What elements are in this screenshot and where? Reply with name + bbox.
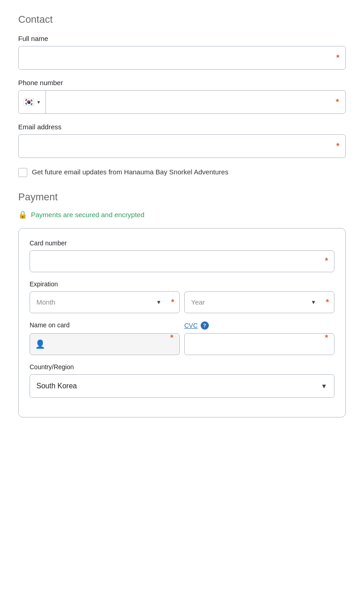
- name-on-card-input[interactable]: [30, 333, 180, 355]
- year-select-wrapper: Year 202420252026 202720282029 2030 ▼ *: [184, 291, 334, 313]
- card-number-label: Card number: [30, 239, 334, 247]
- email-updates-label: Get future email updates from Hanauma Ba…: [32, 167, 228, 178]
- payment-card: Card number * Expiration Month 010203 04…: [18, 228, 346, 417]
- cvc-input-wrapper: *: [184, 333, 334, 355]
- name-on-card-wrapper: 👤 *: [30, 333, 180, 355]
- name-on-card-label-section: Name on card: [30, 321, 180, 330]
- phone-input-wrapper: 🇰🇷 ▼ *: [18, 90, 346, 114]
- secure-label: Payments are secured and encrypted: [31, 211, 144, 219]
- email-input-wrapper: *: [18, 134, 346, 158]
- phone-country-selector[interactable]: 🇰🇷 ▼: [19, 91, 46, 113]
- email-address-label: Email address: [18, 123, 346, 131]
- country-region-group: Country/Region South Korea United States…: [30, 363, 334, 398]
- payment-section-title: Payment: [18, 191, 346, 203]
- country-region-wrapper: South Korea United States Japan China Au…: [30, 374, 334, 398]
- phone-number-label: Phone number: [18, 79, 346, 86]
- country-dropdown-arrow-icon: ▼: [36, 100, 41, 105]
- month-select-wrapper: Month 010203 040506 070809 101112 ▼ *: [30, 291, 180, 313]
- email-updates-wrapper: Get future email updates from Hanauma Ba…: [18, 167, 346, 178]
- cvc-link[interactable]: CVC: [184, 322, 198, 329]
- expiration-group: Expiration Month 010203 040506 070809 10…: [30, 280, 334, 313]
- secure-badge: 🔒 Payments are secured and encrypted: [18, 210, 346, 219]
- email-updates-checkbox[interactable]: [18, 168, 27, 177]
- year-select[interactable]: Year 202420252026 202720282029 2030: [184, 291, 334, 313]
- country-region-select[interactable]: South Korea United States Japan China Au…: [30, 374, 334, 398]
- full-name-group: Full name *: [18, 35, 346, 70]
- email-address-input[interactable]: [18, 134, 346, 158]
- name-cvc-labels-row: Name on card CVC ?: [30, 321, 334, 330]
- korea-flag-icon: 🇰🇷: [23, 97, 35, 107]
- cvc-input[interactable]: [184, 333, 334, 355]
- full-name-label: Full name: [18, 35, 346, 42]
- country-region-label: Country/Region: [30, 363, 334, 371]
- full-name-input[interactable]: [18, 46, 346, 70]
- name-cvc-fields: 👤 * *: [30, 333, 334, 355]
- month-select[interactable]: Month 010203 040506 070809 101112: [30, 291, 180, 313]
- card-number-input[interactable]: [30, 250, 334, 272]
- expiration-label: Expiration: [30, 280, 334, 288]
- card-number-input-wrapper: *: [30, 250, 334, 272]
- cvc-label-section: CVC ?: [184, 321, 334, 330]
- phone-number-input[interactable]: [46, 91, 345, 113]
- phone-required-star: *: [336, 97, 339, 107]
- email-address-group: Email address *: [18, 123, 346, 158]
- name-on-card-label: Name on card: [30, 321, 180, 329]
- person-icon: 👤: [35, 339, 45, 349]
- card-number-group: Card number *: [30, 239, 334, 272]
- cvc-help-icon[interactable]: ?: [201, 321, 209, 330]
- full-name-input-wrapper: *: [18, 46, 346, 70]
- contact-section-title: Contact: [18, 14, 346, 25]
- expiry-row: Month 010203 040506 070809 101112 ▼ * Ye…: [30, 291, 334, 313]
- lock-icon: 🔒: [18, 210, 27, 219]
- phone-number-group: Phone number 🇰🇷 ▼ *: [18, 79, 346, 114]
